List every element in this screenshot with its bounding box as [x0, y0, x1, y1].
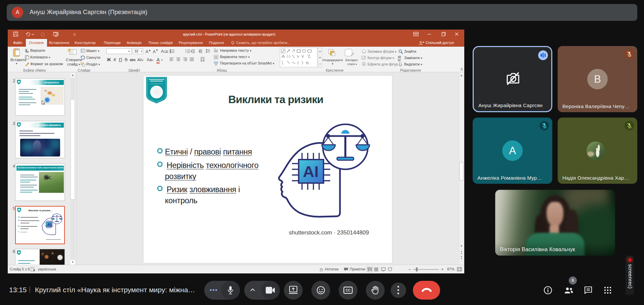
svg-text:CC: CC: [346, 289, 350, 292]
svg-text:AI: AI: [303, 163, 319, 180]
